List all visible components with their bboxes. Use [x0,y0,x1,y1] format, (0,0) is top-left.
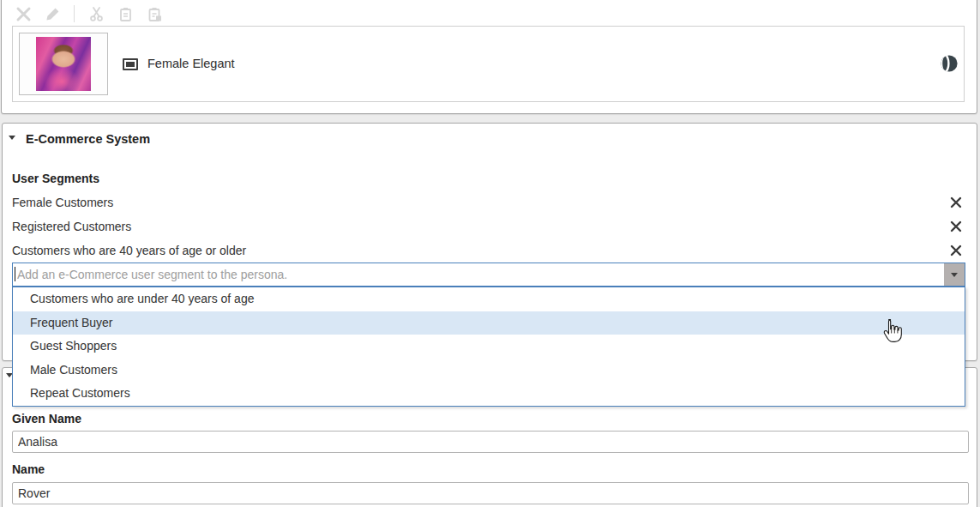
segment-dropdown-list: Customers who are under 40 years of age … [12,287,965,407]
persona-title: Female Elegant [147,57,235,70]
segment-label: Registered Customers [12,220,131,233]
remove-segment-x-icon[interactable] [948,243,964,258]
section-collapse-icon[interactable] [9,136,15,140]
add-segment-input[interactable] [13,263,944,286]
segment-label: Female Customers [12,196,113,209]
combobox-dropdown-button[interactable] [944,263,965,286]
given-name-label: Given Name [12,412,81,426]
screen-icon [123,58,138,70]
segment-row[interactable]: Customers who are 40 years of age or old… [12,238,965,263]
name-field[interactable] [12,482,969,504]
copy-clipboard-icon[interactable] [116,4,135,23]
paste-clipboard-icon[interactable] [145,4,164,23]
persona-editor-window: Female Elegant E-Commerce System User Se… [0,0,980,507]
toolbar [14,3,164,24]
text-caret [15,267,15,281]
name-label: Name [12,462,45,476]
dropdown-option[interactable]: Customers who are under 40 years of age [13,287,965,311]
toolbar-divider [74,5,75,22]
remove-segment-x-icon[interactable] [948,195,964,210]
segment-label: Customers who are 40 years of age or old… [12,244,246,257]
dropdown-option-highlighted[interactable]: Frequent Buyer [13,311,965,335]
persona-photo [36,37,91,91]
sphere-status-icon [940,54,959,75]
segment-row[interactable]: Female Customers [12,190,965,214]
given-name-field[interactable] [12,431,969,453]
dropdown-option[interactable]: Guest Shoppers [13,335,965,359]
delete-icon[interactable] [14,4,33,23]
dropdown-option[interactable]: Repeat Customers [13,382,965,406]
persona-thumbnail [19,33,108,95]
user-segments-label: User Segments [12,172,99,185]
dropdown-option[interactable]: Male Customers [13,359,965,383]
cut-scissors-icon[interactable] [87,4,105,23]
edit-pencil-icon[interactable] [43,4,62,23]
remove-segment-x-icon[interactable] [948,219,964,234]
segment-row[interactable]: Registered Customers [12,214,965,238]
add-segment-combobox [12,263,965,287]
section-title[interactable]: E-Commerce System [26,132,150,146]
triangle-down-icon [951,273,958,277]
